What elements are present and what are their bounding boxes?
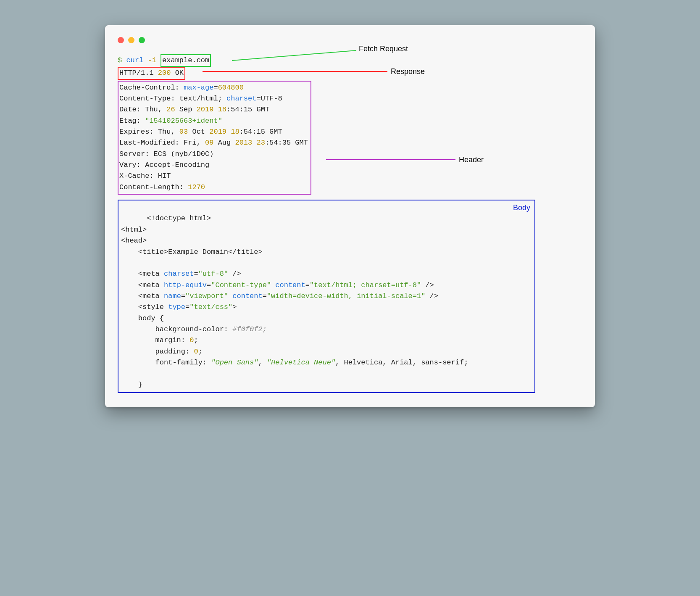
body-line: = (181, 292, 185, 300)
hdr: Server: ECS (nyb/1D0C) (119, 150, 213, 158)
body-line: "Helvetica Neue" (267, 359, 335, 367)
hdr: 26 (166, 105, 175, 113)
status-line: HTTP/1.1 200 OK (118, 67, 582, 79)
hdr: 09 (205, 139, 213, 147)
hdr: 03 (179, 128, 188, 136)
body-line: } (121, 381, 142, 389)
body-line: = (185, 303, 189, 311)
hdr: "1541025663+ident" (145, 117, 222, 125)
body-line: = (305, 281, 310, 289)
body-line: <html> (121, 226, 147, 234)
body-line: font-family: (121, 359, 211, 367)
hdr: 2019 (209, 128, 226, 136)
window-controls (118, 37, 582, 43)
body-line: > (232, 303, 237, 311)
body-line: <meta (121, 270, 164, 278)
body-line: "text/html; charset=utf-8" (310, 281, 421, 289)
body-line: <style (121, 303, 168, 311)
body-line: = (207, 281, 211, 289)
hdr: :54:35 GMT (265, 139, 308, 147)
hdr: X-Cache: HIT (119, 172, 171, 180)
body-line: /> (421, 281, 434, 289)
hdr (226, 128, 231, 136)
body-line: "viewport" (185, 292, 228, 300)
hdr: = (213, 84, 218, 92)
hdr (213, 105, 218, 113)
maximize-icon[interactable] (139, 37, 145, 43)
hdr: 18 (231, 128, 239, 136)
body-line (271, 281, 275, 289)
hdr: 23 (256, 139, 265, 147)
body-line: ; (194, 336, 198, 344)
hdr: :54:15 GMT (226, 105, 269, 113)
label-fetch: Fetch Request (359, 45, 408, 53)
hdr: Last-Modified: Fri, (119, 139, 205, 147)
body-line: name (164, 292, 181, 300)
hdr: Oct (188, 128, 209, 136)
hdr: Expires: Thu, (119, 128, 179, 136)
body-line: </title> (228, 248, 263, 256)
hdr: Aug (213, 139, 235, 147)
label-body: Body (513, 202, 530, 214)
body-line: type (168, 303, 185, 311)
minimize-icon[interactable] (128, 37, 134, 43)
hdr: Sep (175, 105, 197, 113)
body-line: /> (228, 270, 241, 278)
body-line: margin: (121, 336, 189, 344)
body-line: <meta (121, 281, 164, 289)
prompt-sigil: $ (118, 56, 126, 64)
request-url-box: example.com (161, 54, 211, 67)
body-line (228, 292, 232, 300)
hdr: 18 (218, 105, 226, 113)
body-line: = (263, 292, 267, 300)
headers-box: Cache-Control: max-age=604800 Content-Ty… (118, 81, 311, 195)
body-line: <!doctype html> (147, 214, 211, 222)
hdr: Content-Type: text/html; (119, 95, 226, 103)
body-line: "text/css" (189, 303, 232, 311)
body-line: "width=device-width, initial-scale=1" (267, 292, 425, 300)
body-line: body { (121, 314, 164, 322)
hdr: Date: Thu, (119, 105, 166, 113)
hdr: Etag: (119, 117, 145, 125)
body-line: <meta (121, 292, 164, 300)
hdr: 2019 (197, 105, 214, 113)
body-line: content (232, 292, 262, 300)
command-line: $ curl -i example.com (118, 54, 582, 67)
hdr: max-age (184, 84, 213, 92)
body-line: "Open Sans" (211, 359, 258, 367)
body-line: 0 (189, 336, 194, 344)
status-text: OK (171, 69, 184, 77)
hdr: Cache-Control: (119, 84, 184, 92)
body-line: content (275, 281, 305, 289)
body-box: Body<!doctype html> <html> <head> <title… (118, 200, 535, 393)
body-line: ; (198, 348, 203, 356)
body-line: http-equiv (164, 281, 207, 289)
curl-command: curl (126, 56, 143, 64)
label-header: Header (459, 156, 484, 164)
hdr: 604800 (218, 84, 244, 92)
hdr: Vary: Accept-Encoding (119, 161, 209, 169)
body-line: "Content-type" (211, 281, 271, 289)
body-line: <title> (121, 248, 168, 256)
body-line: Example Domain (168, 248, 228, 256)
hdr (252, 139, 256, 147)
close-icon[interactable] (118, 37, 124, 43)
status-box: HTTP/1.1 200 OK (118, 67, 185, 79)
body-line: /> (425, 292, 438, 300)
body-line: , Helvetica, Arial, sans-serif; (335, 359, 468, 367)
http-version: HTTP/1.1 (119, 69, 158, 77)
hdr: 1270 (188, 183, 205, 191)
body-line: "utf-8" (198, 270, 228, 278)
hdr: =UTF-8 (256, 95, 282, 103)
curl-flag: -i (143, 56, 161, 64)
body-line: padding: (121, 348, 194, 356)
body-line: #f0f0f2; (232, 325, 267, 333)
body-line: 0 (194, 348, 198, 356)
body-line: = (194, 270, 198, 278)
body-line: charset (164, 270, 194, 278)
body-line: <head> (121, 237, 147, 245)
terminal-window: Fetch Request Response Header $ curl -i … (105, 25, 595, 407)
hdr: charset (226, 95, 256, 103)
body-line: background-color: (121, 325, 232, 333)
status-code: 200 (158, 69, 171, 77)
